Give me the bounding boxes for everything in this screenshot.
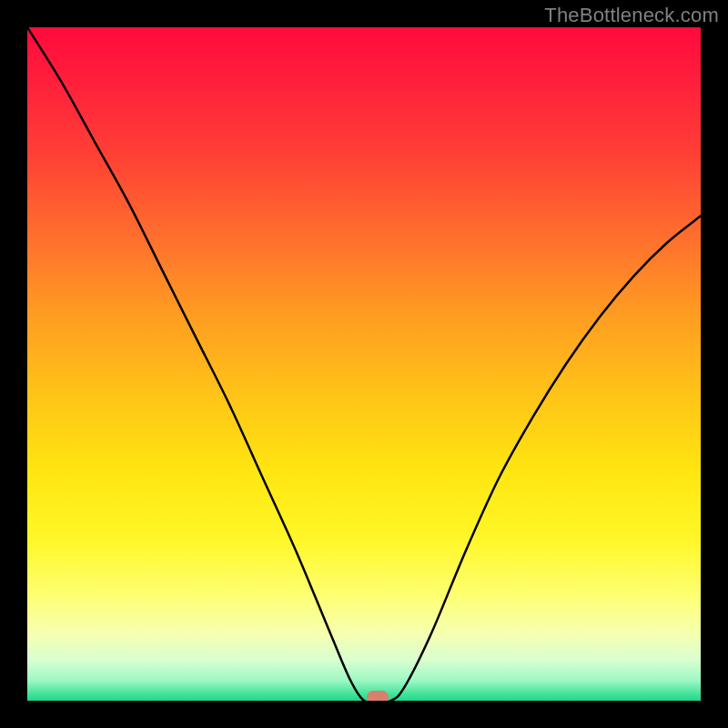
bottleneck-curve [27, 27, 701, 701]
optimum-marker [367, 691, 389, 701]
watermark-text: TheBottleneck.com [544, 4, 719, 27]
plot-area [27, 27, 701, 701]
chart-frame: TheBottleneck.com [0, 0, 728, 728]
